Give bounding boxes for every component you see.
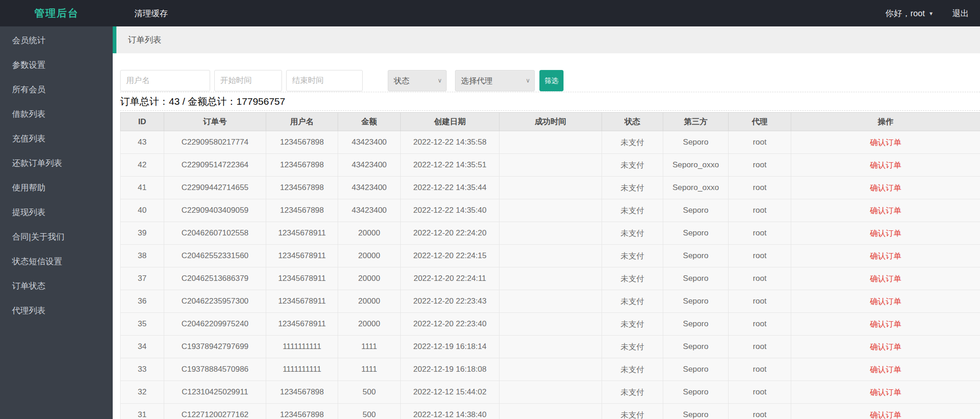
- sidebar-item[interactable]: 充值列表: [12, 127, 113, 151]
- start-time-input[interactable]: [214, 70, 282, 91]
- page-header: 订单列表: [113, 26, 980, 53]
- table-cell-action: 确认订单: [791, 199, 980, 222]
- table-row: 37C2046251368637912345678911200002022-12…: [121, 267, 980, 290]
- status-select[interactable]: 状态: [388, 70, 447, 91]
- agent-select-wrap: 选择代理 ∨: [455, 70, 535, 91]
- column-header: 状态: [602, 113, 663, 131]
- table-cell-status: 未支付: [602, 358, 663, 381]
- filter-button[interactable]: 筛选: [539, 70, 564, 91]
- table-row: 41C229094427146551234567898434234002022-…: [121, 177, 980, 199]
- table-cell-success_at: [500, 381, 602, 404]
- table-cell-agent: root: [729, 381, 791, 404]
- column-header: 创建日期: [401, 113, 500, 131]
- confirm-order-link[interactable]: 确认订单: [870, 343, 902, 351]
- table-cell-status: 未支付: [602, 404, 663, 419]
- table-cell-status: 未支付: [602, 177, 663, 199]
- table-cell-id: 38: [121, 245, 164, 267]
- table-cell-created_at: 2022-12-12 15:44:02: [401, 381, 500, 404]
- logout-button[interactable]: 退出: [952, 8, 969, 19]
- table-cell-success_at: [500, 336, 602, 358]
- table-cell-success_at: [500, 358, 602, 381]
- sidebar-item[interactable]: 还款订单列表: [12, 151, 113, 176]
- table-cell-agent: root: [729, 245, 791, 267]
- table-cell-order_no: C22909580217774: [164, 131, 266, 154]
- end-time-input[interactable]: [286, 70, 363, 91]
- table-cell-id: 31: [121, 404, 164, 419]
- table-cell-status: 未支付: [602, 222, 663, 245]
- confirm-order-link[interactable]: 确认订单: [870, 184, 902, 192]
- table-cell-amount: 500: [338, 404, 401, 419]
- sidebar-item[interactable]: 使用帮助: [12, 176, 113, 200]
- column-header: 金额: [338, 113, 401, 131]
- column-header: 成功时间: [500, 113, 602, 131]
- table-cell-order_no: C20462235957300: [164, 290, 266, 313]
- confirm-order-link[interactable]: 确认订单: [870, 388, 902, 397]
- sidebar-item[interactable]: 借款列表: [12, 102, 113, 127]
- table-cell-success_at: [500, 290, 602, 313]
- confirm-order-link[interactable]: 确认订单: [870, 206, 902, 215]
- filter-toolbar: 状态 ∨ 选择代理 ∨ 筛选: [120, 70, 980, 91]
- table-cell-action: 确认订单: [791, 177, 980, 199]
- confirm-order-link[interactable]: 确认订单: [870, 320, 902, 329]
- table-cell-agent: root: [729, 222, 791, 245]
- table-cell-third_party: Seporo_oxxo: [663, 177, 729, 199]
- table-cell-id: 35: [121, 313, 164, 336]
- table-cell-username: 12345678911: [266, 290, 338, 313]
- page-title: 订单列表: [128, 34, 161, 45]
- username-input[interactable]: [120, 70, 210, 91]
- sidebar-item[interactable]: 代理列表: [12, 298, 113, 323]
- confirm-order-link[interactable]: 确认订单: [870, 411, 902, 419]
- table-cell-id: 34: [121, 336, 164, 358]
- sidebar-item[interactable]: 订单状态: [12, 274, 113, 298]
- column-header: 用户名: [266, 113, 338, 131]
- table-row: 36C2046223595730012345678911200002022-12…: [121, 290, 980, 313]
- confirm-order-link[interactable]: 确认订单: [870, 229, 902, 238]
- table-cell-amount: 20000: [338, 313, 401, 336]
- sidebar-item[interactable]: 提现列表: [12, 200, 113, 225]
- confirm-order-link[interactable]: 确认订单: [870, 161, 902, 170]
- table-cell-agent: root: [729, 358, 791, 381]
- caret-down-icon: ▼: [929, 11, 934, 16]
- table-cell-username: 12345678911: [266, 222, 338, 245]
- table-cell-action: 确认订单: [791, 290, 980, 313]
- table-cell-status: 未支付: [602, 313, 663, 336]
- table-cell-username: 1234567898: [266, 199, 338, 222]
- sidebar-item[interactable]: 合同|关于我们: [12, 225, 113, 249]
- table-cell-action: 确认订单: [791, 222, 980, 245]
- orders-summary: 订单总计：43 / 金额总计：177956757: [120, 92, 980, 111]
- user-menu[interactable]: 你好，root ▼: [885, 8, 934, 19]
- table-cell-username: 1234567898: [266, 381, 338, 404]
- clear-cache-button[interactable]: 清理缓存: [135, 8, 168, 19]
- confirm-order-link[interactable]: 确认订单: [870, 274, 902, 283]
- table-cell-third_party: Seporo: [663, 381, 729, 404]
- agent-select[interactable]: 选择代理: [455, 70, 535, 91]
- table-cell-amount: 20000: [338, 222, 401, 245]
- sidebar-item[interactable]: 会员统计: [12, 28, 113, 53]
- table-cell-amount: 500: [338, 381, 401, 404]
- brand-title[interactable]: 管理后台: [34, 6, 79, 20]
- confirm-order-link[interactable]: 确认订单: [870, 297, 902, 306]
- topbar-right: 你好，root ▼ 退出: [885, 8, 969, 19]
- main-area: 订单列表 状态 ∨ 选择代理 ∨ 筛选 订单总计：43 / 金额总计：17795…: [113, 26, 980, 419]
- table-row: 43C229095802177741234567898434234002022-…: [121, 131, 980, 154]
- column-header: 第三方: [663, 113, 729, 131]
- table-cell-action: 确认订单: [791, 381, 980, 404]
- table-cell-created_at: 2022-12-22 14:35:40: [401, 199, 500, 222]
- table-cell-status: 未支付: [602, 267, 663, 290]
- table-cell-action: 确认订单: [791, 358, 980, 381]
- confirm-order-link[interactable]: 确认订单: [870, 138, 902, 147]
- sidebar-item[interactable]: 所有会员: [12, 77, 113, 102]
- table-cell-success_at: [500, 199, 602, 222]
- confirm-order-link[interactable]: 确认订单: [870, 365, 902, 374]
- sidebar-item[interactable]: 参数设置: [12, 53, 113, 77]
- table-cell-amount: 43423400: [338, 131, 401, 154]
- table-cell-username: 1234567898: [266, 404, 338, 419]
- table-cell-success_at: [500, 313, 602, 336]
- sidebar-menu: 会员统计参数设置所有会员借款列表充值列表还款订单列表使用帮助提现列表合同|关于我…: [0, 26, 113, 323]
- sidebar-item[interactable]: 状态短信设置: [12, 249, 113, 274]
- table-cell-created_at: 2022-12-19 16:18:08: [401, 358, 500, 381]
- table-cell-created_at: 2022-12-20 22:23:40: [401, 313, 500, 336]
- confirm-order-link[interactable]: 确认订单: [870, 252, 902, 260]
- table-cell-agent: root: [729, 131, 791, 154]
- table-cell-id: 37: [121, 267, 164, 290]
